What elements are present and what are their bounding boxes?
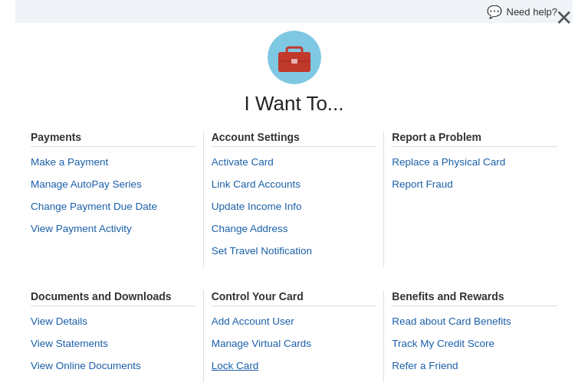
manage-virtual-cards-link[interactable]: Manage Virtual Cards bbox=[212, 338, 376, 349]
manage-autopay-link[interactable]: Manage AutoPay Series bbox=[31, 178, 195, 190]
need-help-section: 💬 Need help? bbox=[487, 5, 558, 19]
chat-icon: 💬 bbox=[487, 5, 502, 19]
make-payment-link[interactable]: Make a Payment bbox=[31, 156, 195, 168]
payments-section: Payments Make a Payment Manage AutoPay S… bbox=[23, 131, 204, 267]
modal-title: I Want To... bbox=[244, 92, 343, 116]
add-account-user-link[interactable]: Add Account User bbox=[212, 315, 376, 327]
report-problem-title: Report a Problem bbox=[392, 131, 557, 147]
svg-rect-4 bbox=[291, 59, 297, 64]
view-online-docs-link[interactable]: View Online Documents bbox=[31, 360, 195, 371]
documents-title: Documents and Downloads bbox=[31, 290, 195, 306]
change-due-date-link[interactable]: Change Payment Due Date bbox=[31, 201, 195, 212]
report-fraud-link[interactable]: Report Fraud bbox=[392, 178, 557, 190]
view-details-link[interactable]: View Details bbox=[31, 315, 195, 327]
view-payment-activity-link[interactable]: View Payment Activity bbox=[31, 223, 195, 234]
refer-friend-link[interactable]: Refer a Friend bbox=[392, 360, 557, 371]
modal-overlay: 💬 Need help? ✕ I Want To... bbox=[0, 0, 588, 389]
top-sections-grid: Payments Make a Payment Manage AutoPay S… bbox=[15, 131, 573, 267]
close-icon: ✕ bbox=[555, 6, 573, 30]
update-income-link[interactable]: Update Income Info bbox=[212, 201, 376, 212]
report-problem-section: Report a Problem Replace a Physical Card… bbox=[384, 131, 565, 267]
close-button[interactable]: ✕ bbox=[555, 8, 573, 29]
control-card-title: Control Your Card bbox=[212, 290, 376, 306]
modal-content: 💬 Need help? ✕ I Want To... bbox=[0, 0, 588, 389]
activate-card-link[interactable]: Activate Card bbox=[212, 156, 376, 168]
bottom-sections-grid: Documents and Downloads View Details Vie… bbox=[15, 275, 573, 382]
link-card-accounts-link[interactable]: Link Card Accounts bbox=[212, 178, 376, 190]
need-help-label: Need help? bbox=[507, 6, 558, 18]
top-bar: 💬 Need help? bbox=[15, 0, 573, 23]
set-travel-link[interactable]: Set Travel Notification bbox=[212, 245, 376, 257]
change-address-link[interactable]: Change Address bbox=[212, 223, 376, 234]
documents-section: Documents and Downloads View Details Vie… bbox=[23, 290, 204, 382]
lock-card-link[interactable]: Lock Card bbox=[212, 360, 376, 371]
account-settings-title: Account Settings bbox=[212, 131, 376, 147]
benefits-title: Benefits and Rewards bbox=[392, 290, 557, 306]
track-credit-score-link[interactable]: Track My Credit Score bbox=[392, 338, 557, 349]
view-statements-link[interactable]: View Statements bbox=[31, 338, 195, 349]
control-card-section: Control Your Card Add Account User Manag… bbox=[204, 290, 385, 382]
briefcase-icon bbox=[268, 31, 321, 84]
payments-title: Payments bbox=[31, 131, 195, 147]
read-card-benefits-link[interactable]: Read about Card Benefits bbox=[392, 315, 557, 327]
modal-header: I Want To... bbox=[15, 23, 573, 116]
account-settings-section: Account Settings Activate Card Link Card… bbox=[204, 131, 385, 267]
replace-card-link[interactable]: Replace a Physical Card bbox=[392, 156, 557, 168]
benefits-section: Benefits and Rewards Read about Card Ben… bbox=[384, 290, 565, 382]
